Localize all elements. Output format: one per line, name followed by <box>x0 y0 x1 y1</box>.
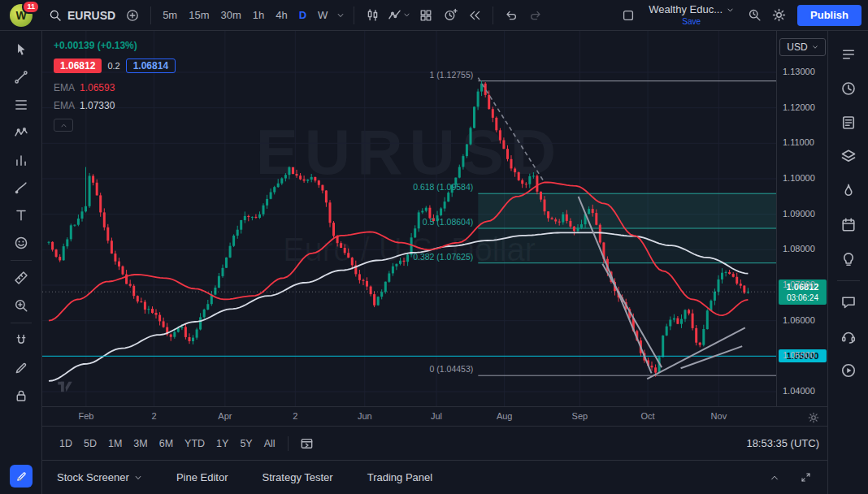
tool-trend-line[interactable] <box>7 64 35 90</box>
more-panels-button[interactable] <box>8 470 33 489</box>
panel-support[interactable] <box>834 321 863 352</box>
tab-pine-editor[interactable]: Pine Editor <box>176 471 228 483</box>
panel-open-button[interactable] <box>762 466 787 490</box>
collapse-legend-button[interactable] <box>54 119 73 132</box>
axis-settings-button[interactable] <box>806 410 821 425</box>
settings-button[interactable] <box>766 3 791 28</box>
chevron-down-icon <box>812 44 818 50</box>
undo-button[interactable] <box>499 3 523 28</box>
sell-button[interactable]: 1.06812 <box>54 58 102 73</box>
layout-menu[interactable]: Wealthy Educ... Save <box>649 4 734 25</box>
chart-type-button[interactable] <box>360 3 384 28</box>
time-tick: 2 <box>293 411 297 421</box>
brush-icon <box>14 180 28 195</box>
tool-cursor[interactable] <box>7 37 35 63</box>
text-icon <box>14 208 28 223</box>
bar-countdown: 03:06:24 <box>779 292 827 303</box>
tool-measure[interactable] <box>7 265 35 291</box>
time-tick: Feb <box>78 411 93 421</box>
panel-play[interactable] <box>834 355 863 386</box>
panel-watchlist[interactable] <box>834 39 863 70</box>
tool-text[interactable] <box>7 202 35 228</box>
ema-slow-legend[interactable]: EMA1.07330 <box>54 101 176 110</box>
redo-icon <box>529 9 542 22</box>
bar-replay-button[interactable] <box>462 3 487 28</box>
tool-emoji[interactable] <box>7 230 35 256</box>
tool-zoom[interactable] <box>7 292 35 318</box>
range-1D[interactable]: 1D <box>54 435 78 453</box>
range-1Y[interactable]: 1Y <box>210 435 234 453</box>
range-YTD[interactable]: YTD <box>179 435 210 453</box>
tool-lock[interactable] <box>7 383 35 409</box>
price-tick: 1.13000 <box>783 67 815 76</box>
panel-maximize-button[interactable] <box>793 466 818 490</box>
buy-button[interactable]: 1.06814 <box>126 58 176 73</box>
trend-line-icon <box>14 70 28 84</box>
chart-area[interactable]: EURUSD Euro / U.S. Dollar 1 (1.12755)0.6… <box>42 31 776 406</box>
price-axis[interactable]: USD 1.06812 03:06:24 1.05000 1.130001.12… <box>776 31 827 406</box>
compare-add-button[interactable] <box>120 3 145 28</box>
save-layout-button[interactable] <box>616 3 640 28</box>
tradingview-logo[interactable] <box>57 379 73 395</box>
publish-button[interactable]: Publish <box>797 5 861 26</box>
redo-button[interactable] <box>523 3 548 28</box>
range-5D[interactable]: 5D <box>78 435 102 453</box>
zoom-icon <box>14 298 28 313</box>
ideas-icon <box>840 251 857 267</box>
tool-edit[interactable] <box>7 355 35 381</box>
price-tick: 1.06000 <box>783 315 815 325</box>
tab-stock-screener[interactable]: Stock Screener <box>57 471 142 483</box>
time-tick: Apr <box>218 411 232 421</box>
currency-selector[interactable]: USD <box>779 38 826 56</box>
interval-4h[interactable]: 4h <box>270 6 293 24</box>
range-6M[interactable]: 6M <box>154 435 179 453</box>
symbol-search-button[interactable]: EURUSD <box>44 6 120 25</box>
panel-object-tree[interactable] <box>834 141 863 172</box>
tab-trading-panel[interactable]: Trading Panel <box>367 471 432 483</box>
panel-news[interactable] <box>834 107 863 138</box>
indicators-button[interactable] <box>384 3 414 28</box>
price-tick: 1.04000 <box>783 386 815 396</box>
quick-search-button[interactable] <box>742 3 766 28</box>
svg-text:0.5 (1.08604): 0.5 (1.08604) <box>423 217 473 227</box>
time-tick: Sep <box>572 411 588 421</box>
tool-prediction[interactable] <box>7 147 35 173</box>
tool-magnet[interactable] <box>7 327 35 353</box>
panel-chat[interactable] <box>834 287 863 318</box>
separator <box>288 436 289 451</box>
range-All[interactable]: All <box>258 435 281 453</box>
interval-5m[interactable]: 5m <box>157 6 183 24</box>
tab-strategy-tester[interactable]: Strategy Tester <box>262 471 332 483</box>
svg-text:1 (1.12755): 1 (1.12755) <box>430 70 474 80</box>
save-link[interactable]: Save <box>682 17 701 26</box>
interval-W[interactable]: W <box>312 6 333 24</box>
tool-pattern[interactable] <box>7 119 35 145</box>
panel-hotlists[interactable] <box>834 176 863 206</box>
account-logo[interactable]: W 11 <box>10 4 33 27</box>
tool-fib-retracement[interactable] <box>7 92 35 118</box>
price-tick: 1.05000 <box>783 350 815 360</box>
interval-menu-button[interactable] <box>333 3 348 28</box>
ema-fast-legend[interactable]: EMA1.06593 <box>54 83 176 93</box>
go-to-date-button[interactable] <box>295 431 319 456</box>
panel-calendar[interactable] <box>834 210 863 240</box>
range-5Y[interactable]: 5Y <box>234 435 258 453</box>
range-3M[interactable]: 3M <box>128 435 153 453</box>
indicator-templates-button[interactable] <box>414 3 438 28</box>
price-tick: 1.07000 <box>783 280 815 289</box>
tool-brush[interactable] <box>7 175 35 201</box>
interval-D[interactable]: D <box>293 6 312 24</box>
time-axis[interactable]: Feb2Apr2JunJulAugSepOctNov <box>42 406 827 426</box>
create-alert-button[interactable] <box>438 3 462 28</box>
alert-clock-icon <box>444 8 458 22</box>
panel-ideas[interactable] <box>834 244 863 275</box>
panel-alerts[interactable] <box>834 73 863 104</box>
bottom-panel-tabs: Stock ScreenerPine EditorStrategy Tester… <box>42 460 827 494</box>
right-panel-toolbar <box>827 31 868 494</box>
clock-utc[interactable]: 18:53:35 (UTC) <box>746 437 819 449</box>
interval-1h[interactable]: 1h <box>247 6 270 24</box>
range-1M[interactable]: 1M <box>102 435 128 453</box>
interval-30m[interactable]: 30m <box>215 6 246 24</box>
price-tick: 1.11000 <box>783 137 814 147</box>
interval-15m[interactable]: 15m <box>183 6 215 24</box>
